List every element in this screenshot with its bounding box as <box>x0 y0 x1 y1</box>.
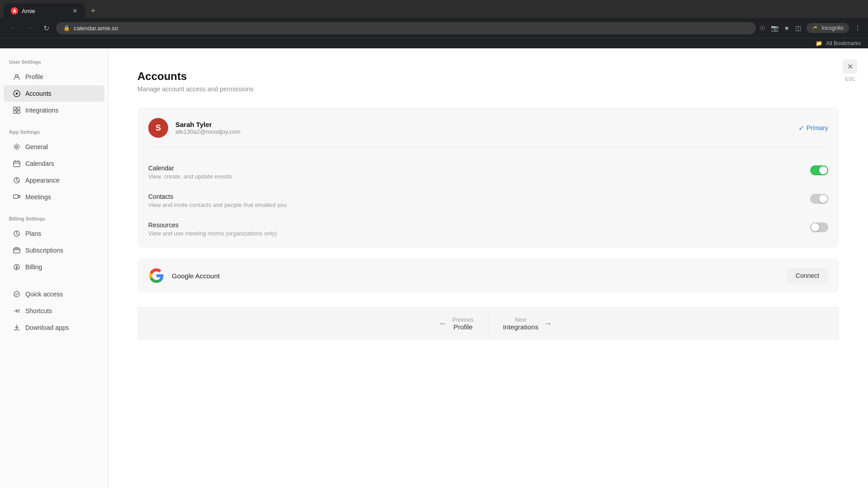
svg-rect-8 <box>14 161 20 167</box>
calendar-permission-info: Calendar View, create, and update events <box>148 164 810 180</box>
appearance-label: Appearance <box>25 177 60 184</box>
star-icon: ★ <box>784 24 790 32</box>
svg-point-7 <box>16 146 18 148</box>
tab-bar: A Amie ✕ + <box>0 0 868 18</box>
sidebar-item-accounts[interactable]: Accounts <box>4 85 104 102</box>
app-settings-label: App Settings <box>0 129 108 138</box>
next-main-label: Integrations <box>503 323 538 331</box>
primary-check-icon: ✓ <box>798 124 804 132</box>
forward-button[interactable]: → <box>24 22 36 34</box>
browser-nav: ← → ↻ 🔒 calendar.amie.so ☉ 📷 ★ ◫ 🥷 Incog… <box>0 18 868 38</box>
location-icon: ☉ <box>760 24 765 32</box>
svg-rect-5 <box>14 111 16 113</box>
bookmarks-bar: 📁 All Bookmarks <box>0 38 868 48</box>
billing-icon <box>13 263 21 271</box>
profile-icon <box>13 73 21 81</box>
more-button[interactable]: ⋮ <box>854 24 861 32</box>
sidebar-item-shortcuts[interactable]: Shortcuts <box>4 303 104 319</box>
active-tab[interactable]: A Amie ✕ <box>4 4 85 18</box>
plans-icon <box>13 230 21 238</box>
resources-permission-row: Resources View and use meeting rooms (or… <box>148 215 828 237</box>
sidebar-item-calendars[interactable]: Calendars <box>4 155 104 172</box>
profile-label: Profile <box>25 73 43 80</box>
tab-favicon: A <box>11 7 18 14</box>
sidebar-item-integrations[interactable]: Integrations <box>4 102 104 118</box>
sidebar-item-general[interactable]: General <box>4 139 104 155</box>
general-icon <box>13 143 21 151</box>
bookmarks-label: All Bookmarks <box>826 40 861 47</box>
contacts-toggle-thumb <box>819 195 827 203</box>
svg-rect-12 <box>14 249 20 253</box>
calendar-permission-row: Calendar View, create, and update events <box>148 158 828 187</box>
sidebar-item-meetings[interactable]: Meetings <box>4 189 104 205</box>
svg-rect-10 <box>14 195 18 198</box>
left-arrow-icon: ← <box>439 319 447 328</box>
sidebar-icon: ◫ <box>795 24 801 32</box>
google-account-label: Google Account <box>172 272 779 280</box>
account-email: afe130a2@moodjoy.com <box>175 128 791 135</box>
sidebar: User Settings Profile Account <box>0 48 108 488</box>
resources-toggle-thumb <box>811 223 819 231</box>
address-bar[interactable]: 🔒 calendar.amie.so <box>56 22 756 34</box>
resources-permission-title: Resources <box>148 221 810 229</box>
misc-section: Quick access Shortcuts <box>0 286 108 336</box>
previous-label: Previous Profile <box>453 317 474 331</box>
tab-close-button[interactable]: ✕ <box>72 7 78 14</box>
quick-access-icon <box>13 290 21 298</box>
primary-badge: ✓ Primary <box>798 124 828 132</box>
svg-rect-3 <box>14 107 16 110</box>
previous-main-label: Profile <box>453 323 474 331</box>
connect-button[interactable]: Connect <box>787 267 828 284</box>
sidebar-item-appearance[interactable]: Appearance <box>4 172 104 188</box>
user-settings-section: User Settings Profile Account <box>0 59 108 118</box>
esc-label: ESC <box>845 76 855 82</box>
next-button[interactable]: Next Integrations → <box>489 308 840 340</box>
sidebar-item-profile[interactable]: Profile <box>4 69 104 85</box>
sidebar-item-billing[interactable]: Billing <box>4 259 104 275</box>
calendar-permission-desc: View, create, and update events <box>148 173 810 180</box>
billing-settings-label: Billing Settings <box>0 216 108 225</box>
app-settings-section: App Settings General Calendar <box>0 129 108 205</box>
general-label: General <box>25 143 48 150</box>
download-apps-label: Download apps <box>25 324 69 331</box>
browser-chrome: A Amie ✕ + ← → ↻ 🔒 calendar.amie.so ☉ 📷 … <box>0 0 868 48</box>
sidebar-item-download-apps[interactable]: Download apps <box>4 319 104 336</box>
sidebar-item-subscriptions[interactable]: Subscriptions <box>4 242 104 258</box>
new-tab-button[interactable]: + <box>87 5 99 17</box>
google-logo-icon <box>148 267 165 284</box>
download-apps-icon <box>13 324 21 332</box>
sidebar-item-quick-access[interactable]: Quick access <box>4 286 104 302</box>
avatar-letter: S <box>156 123 161 133</box>
close-button[interactable]: ✕ <box>843 59 857 74</box>
calendar-toggle[interactable] <box>810 165 828 175</box>
plans-label: Plans <box>25 230 41 237</box>
previous-button[interactable]: ← Previous Profile <box>137 308 489 340</box>
calendar-permission-title: Calendar <box>148 164 810 172</box>
sidebar-item-plans[interactable]: Plans <box>4 225 104 242</box>
url-text: calendar.amie.so <box>74 25 118 32</box>
primary-label: Primary <box>807 124 828 131</box>
google-account-row: Google Account Connect <box>137 258 839 293</box>
contacts-toggle[interactable] <box>810 194 828 204</box>
avatar: S <box>148 118 168 138</box>
incognito-label: Incognito <box>821 25 844 31</box>
calendars-label: Calendars <box>25 160 54 167</box>
previous-sub-label: Previous <box>453 317 474 323</box>
contacts-permission-title: Contacts <box>148 193 810 200</box>
meetings-icon <box>13 193 21 201</box>
svg-rect-4 <box>17 107 20 110</box>
account-card: S Sarah Tyler afe130a2@moodjoy.com ✓ Pri… <box>137 107 839 248</box>
refresh-button[interactable]: ↻ <box>40 22 52 34</box>
back-button[interactable]: ← <box>7 22 20 34</box>
next-label: Next Integrations <box>503 317 538 331</box>
resources-permission-info: Resources View and use meeting rooms (or… <box>148 221 810 237</box>
incognito-icon: 🥷 <box>812 25 819 31</box>
incognito-badge: 🥷 Incognito <box>807 23 849 33</box>
billing-settings-section: Billing Settings Plans <box>0 216 108 275</box>
next-sub-label: Next <box>503 317 538 323</box>
resources-toggle[interactable] <box>810 222 828 232</box>
tab-title: Amie <box>22 8 35 14</box>
right-arrow-icon: → <box>544 319 552 328</box>
subscriptions-label: Subscriptions <box>25 247 63 254</box>
user-settings-label: User Settings <box>0 59 108 68</box>
